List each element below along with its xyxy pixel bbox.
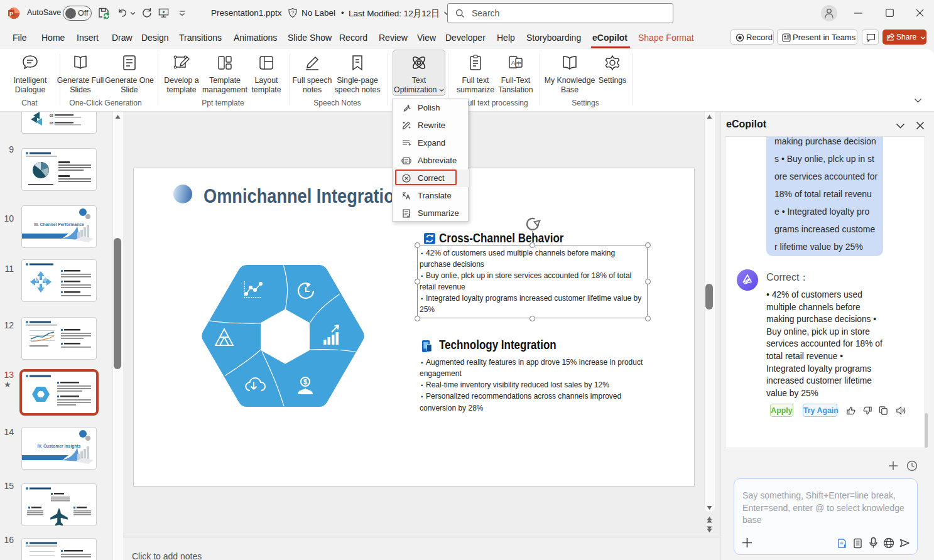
svg-text:03: 03 <box>50 121 53 125</box>
svg-text:?: ? <box>291 9 295 16</box>
svg-text:$: $ <box>303 378 307 385</box>
svg-text:A: A <box>511 60 515 66</box>
svg-text:IV. Customer Insights: IV. Customer Insights <box>37 444 80 449</box>
svg-text:P: P <box>9 11 13 17</box>
svg-text:中: 中 <box>516 61 521 67</box>
svg-text:III. Channel Performance: III. Channel Performance <box>34 222 84 227</box>
svg-text:02: 02 <box>50 114 53 117</box>
